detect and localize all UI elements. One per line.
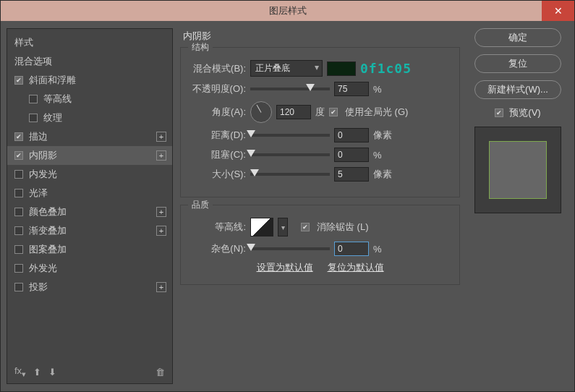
opacity-unit: %	[373, 84, 382, 95]
cancel-button[interactable]: 复位	[474, 54, 561, 73]
styles-sidebar: 样式 混合选项 斜面和浮雕 等高线 纹理 描边 + 内阴影	[7, 28, 173, 384]
sidebar-item-inner-glow[interactable]: 内发光	[7, 165, 172, 184]
distance-unit: 像素	[373, 129, 392, 142]
reset-default-button[interactable]: 复位为默认值	[328, 261, 384, 274]
sidebar-item-label: 斜面和浮雕	[29, 74, 76, 87]
trash-icon[interactable]: 🗑	[156, 367, 165, 378]
color-swatch[interactable]	[327, 61, 356, 76]
close-button[interactable]: ✕	[542, 1, 574, 21]
sidebar-item-contour[interactable]: 等高线	[7, 90, 172, 108]
contour-picker[interactable]	[250, 218, 273, 237]
sidebar-item-label: 渐变叠加	[29, 224, 67, 237]
preview-box	[474, 127, 561, 213]
sidebar-item-stroke[interactable]: 描边 +	[7, 127, 172, 146]
slider-thumb-icon[interactable]	[306, 84, 315, 91]
angle-dial[interactable]	[250, 101, 272, 123]
angle-unit: 度	[315, 106, 325, 119]
add-gradient-overlay-icon[interactable]: +	[156, 226, 166, 236]
add-drop-shadow-icon[interactable]: +	[156, 282, 166, 292]
blend-options-header[interactable]: 混合选项	[7, 52, 172, 71]
size-input[interactable]	[334, 167, 369, 182]
opacity-slider[interactable]	[250, 88, 330, 90]
contour-dropdown-icon[interactable]: ▾	[278, 218, 288, 237]
checkbox-satin[interactable]	[14, 189, 23, 197]
make-default-button[interactable]: 设置为默认值	[257, 261, 313, 274]
noise-unit: %	[373, 244, 382, 255]
quality-legend: 品质	[188, 199, 213, 211]
global-light-checkbox[interactable]	[329, 108, 338, 116]
structure-fieldset: 结构 混合模式(B): 正片叠底 0f1c05 不透明度(O): %	[180, 47, 460, 197]
angle-input[interactable]	[276, 105, 311, 119]
preview-checkbox[interactable]	[495, 108, 503, 117]
sidebar-item-bevel[interactable]: 斜面和浮雕	[7, 71, 172, 90]
move-down-icon[interactable]: ⬇	[48, 367, 56, 378]
contour-label: 等高线:	[188, 221, 246, 234]
slider-thumb-icon[interactable]	[247, 244, 255, 251]
checkbox-drop-shadow[interactable]	[14, 283, 23, 291]
move-up-icon[interactable]: ⬆	[33, 367, 41, 378]
preview-label: 预览(V)	[509, 106, 540, 119]
size-slider[interactable]	[250, 173, 330, 176]
distance-slider[interactable]	[250, 134, 330, 137]
checkbox-outer-glow[interactable]	[14, 264, 23, 273]
noise-input[interactable]	[334, 242, 369, 256]
checkbox-texture[interactable]	[29, 114, 38, 122]
titlebar: 图层样式 ✕	[1, 1, 574, 21]
add-color-overlay-icon[interactable]: +	[156, 207, 166, 217]
choke-unit: %	[373, 150, 382, 161]
sidebar-item-label: 纹理	[43, 111, 62, 124]
distance-label: 距离(D):	[188, 129, 246, 142]
checkbox-contour[interactable]	[29, 95, 38, 103]
sidebar-item-label: 光泽	[29, 187, 48, 200]
sidebar-item-label: 内发光	[29, 168, 57, 181]
sidebar-item-drop-shadow[interactable]: 投影 +	[7, 278, 172, 297]
antialias-checkbox[interactable]	[301, 223, 310, 231]
checkbox-color-overlay[interactable]	[14, 208, 23, 216]
sidebar-item-color-overlay[interactable]: 颜色叠加 +	[7, 203, 172, 221]
noise-slider[interactable]	[250, 247, 330, 250]
styles-header[interactable]: 样式	[7, 33, 172, 52]
sidebar-item-label: 颜色叠加	[29, 205, 67, 218]
panel-title: 内阴影	[180, 28, 460, 47]
checkbox-stroke[interactable]	[14, 132, 23, 141]
sidebar-item-label: 投影	[29, 281, 48, 294]
global-light-label: 使用全局光 (G)	[345, 106, 408, 119]
sidebar-item-inner-shadow[interactable]: 内阴影 +	[7, 146, 172, 165]
antialias-label: 消除锯齿 (L)	[317, 221, 369, 234]
slider-thumb-icon[interactable]	[250, 169, 259, 176]
size-label: 大小(S):	[188, 168, 246, 181]
quality-fieldset: 品质 等高线: ▾ 消除锯齿 (L) 杂色(N): %	[180, 205, 460, 285]
preview-swatch	[489, 141, 547, 199]
choke-label: 阻塞(C):	[188, 148, 246, 161]
opacity-input[interactable]	[334, 82, 369, 96]
opacity-label: 不透明度(O):	[188, 82, 246, 95]
ok-button[interactable]: 确定	[474, 28, 561, 47]
sidebar-item-label: 内阴影	[29, 149, 57, 162]
sidebar-item-satin[interactable]: 光泽	[7, 184, 172, 203]
sidebar-item-outer-glow[interactable]: 外发光	[7, 259, 172, 278]
sidebar-item-pattern-overlay[interactable]: 图案叠加	[7, 240, 172, 259]
layer-style-dialog: 图层样式 ✕ 样式 混合选项 斜面和浮雕 等高线 纹理 描边	[0, 0, 575, 392]
sidebar-item-gradient-overlay[interactable]: 渐变叠加 +	[7, 221, 172, 240]
sidebar-item-texture[interactable]: 纹理	[7, 108, 172, 127]
checkbox-inner-shadow[interactable]	[14, 151, 23, 160]
new-style-button[interactable]: 新建样式(W)...	[474, 80, 561, 99]
sidebar-item-label: 图案叠加	[29, 243, 67, 256]
distance-input[interactable]	[334, 128, 369, 142]
checkbox-inner-glow[interactable]	[14, 170, 23, 179]
slider-thumb-icon[interactable]	[247, 150, 255, 157]
checkbox-gradient-overlay[interactable]	[14, 226, 23, 235]
sidebar-item-label: 描边	[29, 130, 48, 143]
size-unit: 像素	[373, 168, 392, 181]
add-stroke-icon[interactable]: +	[156, 132, 166, 142]
fx-menu-icon[interactable]: fx▾	[14, 365, 26, 379]
checkbox-bevel[interactable]	[14, 76, 23, 85]
choke-input[interactable]	[334, 148, 369, 162]
checkbox-pattern-overlay[interactable]	[14, 245, 23, 254]
slider-thumb-icon[interactable]	[247, 130, 255, 137]
add-inner-shadow-icon[interactable]: +	[156, 150, 166, 161]
blend-mode-select[interactable]: 正片叠底	[250, 60, 323, 77]
choke-slider[interactable]	[250, 153, 330, 156]
angle-label: 角度(A):	[188, 106, 246, 119]
right-column: 确定 复位 新建样式(W)... 预览(V)	[467, 28, 568, 384]
